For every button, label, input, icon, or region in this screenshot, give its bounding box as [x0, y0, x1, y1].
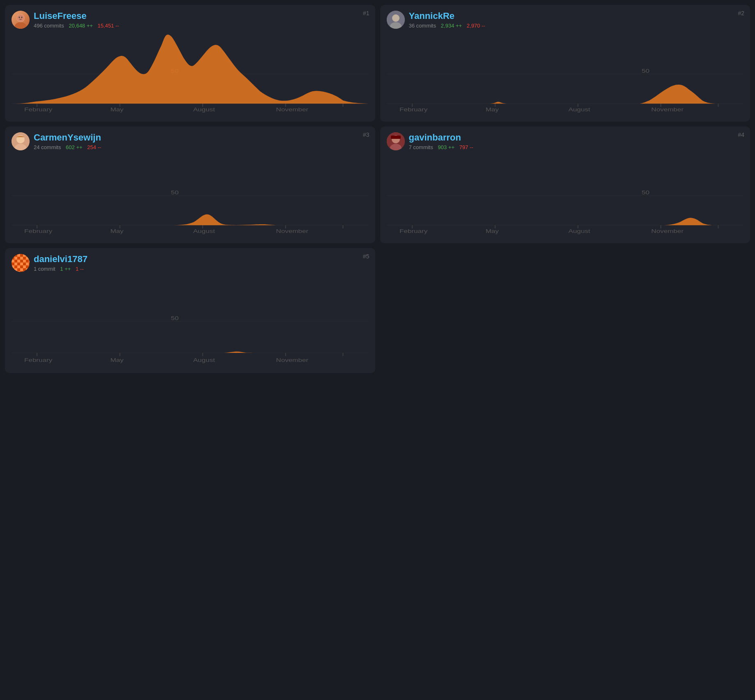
card-header-2: YannickRe 36 commits 2,934 ++ 2,970 -- [387, 11, 744, 29]
svg-point-1 [15, 22, 26, 29]
card-header-5: danielvi1787 1 commit 1 ++ 1 -- [12, 254, 369, 272]
svg-text:November: November [276, 228, 309, 234]
contributor-card-3: CarmenYsewijn 24 commits 602 ++ 254 -- #… [5, 127, 375, 243]
avatar-gavin [387, 132, 405, 150]
svg-text:August: August [568, 107, 591, 112]
svg-text:August: August [568, 228, 591, 234]
svg-text:50: 50 [642, 190, 649, 195]
svg-point-2 [17, 14, 24, 22]
commits-carmen: 24 commits [34, 144, 61, 150]
additions-daniel: 1 ++ [60, 266, 71, 272]
svg-text:May: May [485, 107, 499, 112]
svg-text:February: February [24, 357, 53, 363]
svg-point-4 [21, 17, 23, 18]
stats-carmen: 24 commits 602 ++ 254 -- [34, 144, 369, 150]
user-info-yannick: YannickRe 36 commits 2,934 ++ 2,970 -- [409, 11, 744, 28]
deletions-yannick: 2,970 -- [467, 23, 485, 29]
svg-text:August: August [193, 228, 215, 234]
contributor-card-4: gavinbarron 7 commits 903 ++ 797 -- #4 5… [380, 127, 750, 243]
avatar-yannick [387, 11, 405, 29]
chart-svg-gavin: 50 February May August November [387, 154, 744, 237]
chart-yannick: 50 50 February May August November [387, 33, 744, 115]
svg-text:50: 50 [642, 68, 649, 74]
rank-badge-4: #4 [738, 131, 744, 138]
username-daniel: danielvi1787 [34, 254, 369, 265]
chart-svg-daniel: 50 February May August November [12, 276, 369, 366]
chart-daniel: 50 February May August November [12, 276, 369, 366]
username-luise: LuiseFreese [34, 11, 369, 21]
additions-gavin: 903 ++ [438, 144, 455, 150]
deletions-luise: 15,451 -- [98, 23, 119, 29]
user-info-carmen: CarmenYsewijn 24 commits 602 ++ 254 -- [34, 132, 369, 150]
svg-text:February: February [24, 107, 53, 112]
chart-svg-carmen: 50 February May August November [12, 154, 369, 237]
avatar-carmen [12, 132, 30, 150]
additions-carmen: 602 ++ [66, 144, 83, 150]
rank-badge-5: #5 [363, 253, 369, 260]
deletions-gavin: 797 -- [459, 144, 473, 150]
svg-text:August: August [193, 107, 215, 112]
svg-text:May: May [110, 228, 124, 234]
username-gavin: gavinbarron [409, 132, 744, 143]
stats-luise: 496 commits 20,648 ++ 15,451 -- [34, 23, 369, 29]
svg-text:May: May [110, 357, 124, 363]
user-info-gavin: gavinbarron 7 commits 903 ++ 797 -- [409, 132, 744, 150]
contributor-card-1: LuiseFreese 496 commits 20,648 ++ 15,451… [5, 5, 375, 122]
svg-text:February: February [399, 107, 428, 112]
card-header-3: CarmenYsewijn 24 commits 602 ++ 254 -- [12, 132, 369, 150]
user-info-daniel: danielvi1787 1 commit 1 ++ 1 -- [34, 254, 369, 272]
username-carmen: CarmenYsewijn [34, 132, 369, 143]
commits-yannick: 36 commits [409, 23, 436, 29]
svg-text:February: February [24, 228, 53, 234]
svg-rect-51 [391, 136, 401, 139]
contributor-card-2: YannickRe 36 commits 2,934 ++ 2,970 -- #… [380, 5, 750, 122]
avatar-luise [12, 11, 30, 29]
svg-text:50: 50 [171, 315, 179, 321]
card-header-1: LuiseFreese 496 commits 20,648 ++ 15,451… [12, 11, 369, 29]
additions-luise: 20,648 ++ [69, 23, 93, 29]
username-yannick: YannickRe [409, 11, 744, 21]
chart-svg-yannick: 50 50 February May August November [387, 33, 744, 115]
rank-badge-1: #1 [363, 10, 369, 16]
deletions-daniel: 1 -- [76, 266, 84, 272]
commits-daniel: 1 commit [34, 266, 55, 272]
rank-badge-3: #3 [363, 131, 369, 138]
chart-svg-luise: 50 February May August November [12, 33, 369, 115]
svg-text:November: November [651, 107, 683, 112]
rank-badge-2: #2 [738, 10, 744, 16]
stats-daniel: 1 commit 1 ++ 1 -- [34, 266, 369, 272]
user-info-luise: LuiseFreese 496 commits 20,648 ++ 15,451… [34, 11, 369, 28]
contributors-grid: LuiseFreese 496 commits 20,648 ++ 15,451… [5, 5, 750, 373]
svg-text:50: 50 [171, 190, 179, 195]
svg-text:November: November [651, 228, 683, 234]
commits-luise: 496 commits [34, 23, 64, 29]
stats-yannick: 36 commits 2,934 ++ 2,970 -- [409, 23, 744, 29]
svg-text:August: August [193, 357, 215, 363]
additions-yannick: 2,934 ++ [441, 23, 462, 29]
chart-luise: 50 February May August November [12, 33, 369, 115]
svg-text:May: May [110, 107, 124, 112]
deletions-carmen: 254 -- [87, 144, 101, 150]
svg-point-3 [19, 17, 20, 18]
svg-text:May: May [485, 228, 499, 234]
avatar-daniel [12, 254, 30, 272]
chart-carmen: 50 February May August November [12, 154, 369, 237]
stats-gavin: 7 commits 903 ++ 797 -- [409, 144, 744, 150]
card-header-4: gavinbarron 7 commits 903 ++ 797 -- [387, 132, 744, 150]
commits-gavin: 7 commits [409, 144, 433, 150]
contributor-card-5: danielvi1787 1 commit 1 ++ 1 -- #5 50 Fe… [5, 248, 375, 373]
chart-gavin: 50 February May August November [387, 154, 744, 237]
svg-text:November: November [276, 107, 309, 112]
svg-point-18 [392, 14, 399, 22]
svg-text:November: November [276, 357, 309, 363]
svg-text:February: February [399, 228, 428, 234]
